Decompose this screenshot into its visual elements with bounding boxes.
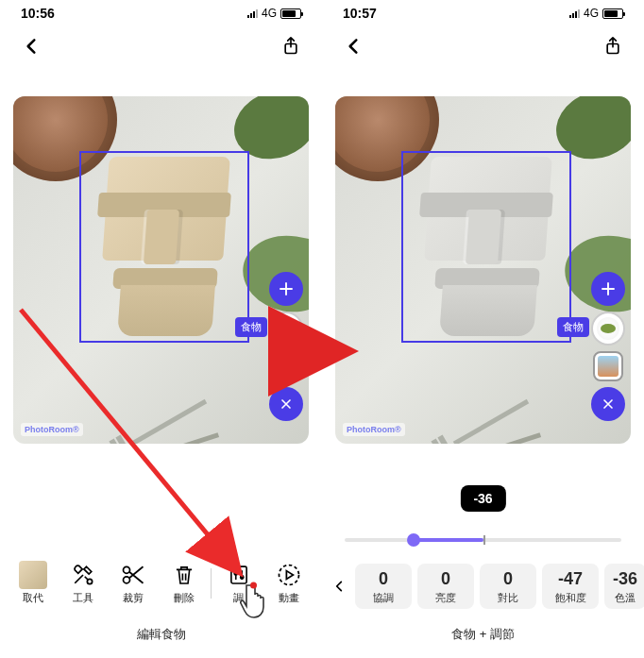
close-fab-button[interactable]: [591, 387, 625, 421]
adjust-value: -47: [542, 569, 599, 589]
nav-bar: [0, 25, 322, 70]
svg-rect-4: [231, 566, 246, 583]
thumbnail-icon: [276, 356, 297, 377]
back-button[interactable]: [339, 32, 367, 60]
tool-label: 裁剪: [123, 591, 144, 605]
network-label: 4G: [262, 7, 277, 20]
subject-sculpture[interactable]: [87, 157, 247, 347]
slider-thumb[interactable]: [407, 533, 420, 547]
nav-bar: [322, 25, 644, 70]
tool-label: 調: [233, 591, 244, 605]
battery-icon: [602, 8, 623, 19]
replace-thumb-icon: [19, 561, 47, 589]
back-button[interactable]: [17, 32, 45, 60]
current-value-badge: -36: [460, 485, 505, 512]
status-time: 10:56: [21, 6, 55, 21]
svg-point-5: [234, 572, 237, 575]
phone-left: 10:56 4G 食物: [0, 0, 322, 658]
svg-point-6: [241, 576, 244, 579]
tool-label: 取代: [23, 591, 43, 605]
watermark: PhotoRoom®: [343, 423, 405, 436]
editor-canvas[interactable]: 食物 PhotoRoom®: [13, 96, 309, 444]
editor-canvas[interactable]: 食物 PhotoRoom®: [335, 96, 631, 444]
food-plate-icon: [275, 317, 297, 340]
wrench-icon: [69, 561, 97, 589]
thumbnail-icon: [598, 356, 619, 377]
food-layer-button[interactable]: [269, 312, 303, 346]
adjust-value: -36: [604, 569, 644, 589]
tool-crop[interactable]: 裁剪: [109, 557, 159, 609]
background-thumb-button[interactable]: [271, 351, 301, 381]
tool-adjust[interactable]: 調: [213, 557, 263, 609]
slider-fill: [414, 538, 483, 542]
adjust-label: 色溫: [604, 591, 644, 605]
food-layer-button[interactable]: [591, 312, 625, 346]
sliders-icon: [225, 561, 253, 589]
watermark: PhotoRoom®: [21, 423, 83, 436]
network-label: 4G: [584, 7, 599, 20]
fab-stack: [591, 272, 625, 421]
tool-label: 刪除: [174, 591, 195, 605]
footer-title: 編輯食物: [0, 626, 322, 643]
background-fork: [131, 399, 207, 444]
trash-icon: [170, 561, 198, 589]
slider-center-mark: [483, 535, 485, 545]
status-time: 10:57: [343, 6, 377, 21]
signal-icon: [569, 9, 580, 18]
status-bar: 10:56 4G: [0, 0, 322, 25]
tool-label: 工具: [73, 591, 93, 605]
adjust-value: 0: [417, 569, 474, 589]
signal-icon: [247, 9, 258, 18]
footer-title: 食物 + 調節: [322, 626, 644, 643]
status-bar: 10:57 4G: [322, 0, 644, 25]
scissors-icon: [119, 561, 147, 589]
adjust-label: 對比: [480, 591, 536, 605]
play-dashed-icon: [275, 561, 303, 589]
battery-icon: [280, 8, 301, 19]
status-right: 4G: [569, 7, 623, 20]
tool-label: 動畫: [279, 591, 299, 605]
add-layer-button[interactable]: [591, 272, 625, 306]
adjust-temperature[interactable]: -36 色溫: [604, 564, 644, 609]
adjust-hue[interactable]: 0 協調: [355, 564, 412, 609]
status-right: 4G: [247, 7, 301, 20]
fab-stack: [269, 272, 303, 421]
toolbar: 取代 工具 裁剪 刪除: [0, 557, 322, 609]
adjust-label: 飽和度: [542, 591, 599, 605]
layer-chip-food[interactable]: 食物: [235, 317, 267, 337]
svg-point-7: [280, 565, 299, 585]
share-button[interactable]: [599, 32, 627, 60]
adjust-contrast[interactable]: 0 對比: [480, 564, 536, 609]
tool-tools[interactable]: 工具: [58, 557, 108, 609]
adjust-brightness[interactable]: 0 亮度: [417, 564, 474, 609]
layer-chip-food[interactable]: 食物: [557, 317, 589, 337]
food-plate-icon: [597, 317, 619, 340]
divider: [211, 568, 212, 599]
adjust-value: 0: [355, 569, 412, 589]
tool-delete[interactable]: 刪除: [159, 557, 209, 609]
add-layer-button[interactable]: [269, 272, 303, 306]
adjust-back-button[interactable]: [326, 580, 352, 593]
adjust-values-row: 0 協調 0 亮度 0 對比 -47 飽和度 -36 色溫: [322, 564, 644, 609]
tool-replace[interactable]: 取代: [8, 557, 58, 609]
background-fork: [453, 399, 529, 444]
subject-sculpture[interactable]: [409, 157, 569, 347]
adjust-label: 亮度: [417, 591, 474, 605]
background-thumb-button[interactable]: [593, 351, 623, 381]
adjust-slider[interactable]: [345, 531, 621, 549]
share-button[interactable]: [277, 32, 305, 60]
close-fab-button[interactable]: [269, 387, 303, 421]
adjust-label: 協調: [355, 591, 412, 605]
adjust-saturation[interactable]: -47 飽和度: [542, 564, 599, 609]
phone-right: 10:57 4G 食物: [322, 0, 644, 658]
adjust-value: 0: [480, 569, 536, 589]
tool-animate[interactable]: 動畫: [264, 557, 314, 609]
